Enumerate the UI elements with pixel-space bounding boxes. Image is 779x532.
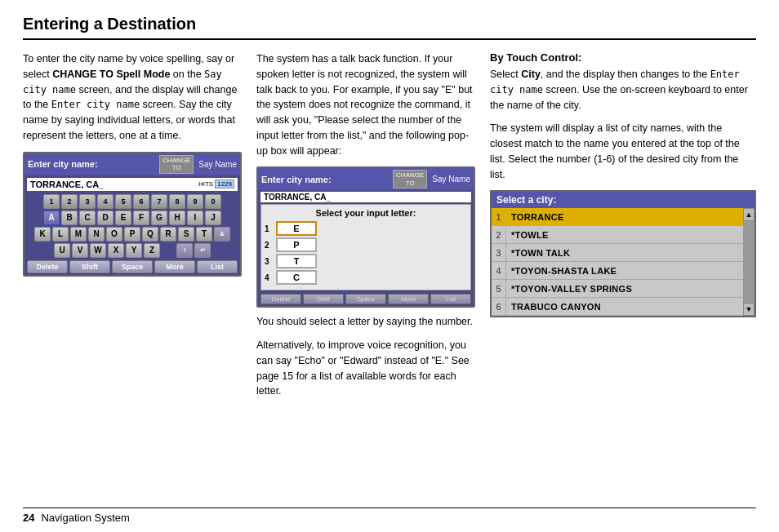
- key-Y[interactable]: Y: [126, 243, 142, 258]
- key-D[interactable]: D: [97, 211, 114, 225]
- popup-letter-T[interactable]: T: [276, 254, 317, 268]
- change-to-btn[interactable]: CHANGETO: [159, 155, 194, 174]
- city-list-area: 1 TORRANCE 2 *TOWLE 3 *TOWN TALK 4: [492, 208, 743, 316]
- city-num-2: 2: [492, 226, 506, 243]
- key-G[interactable]: G: [151, 211, 167, 225]
- key-J[interactable]: J: [205, 211, 221, 225]
- right-body-text-1: Select City, and the display then change…: [490, 67, 756, 113]
- list-btn[interactable]: List: [197, 260, 238, 273]
- key-row-3: U V W X Y Z / ↵: [24, 242, 240, 259]
- popup-item-4: 4 C: [265, 270, 467, 285]
- key-N[interactable]: N: [88, 227, 105, 242]
- key-8[interactable]: 8: [169, 194, 185, 209]
- popup-dialog-title: Select your input letter:: [265, 208, 467, 218]
- right-body-text-2: The system will display a list of city n…: [490, 121, 756, 182]
- key-V[interactable]: V: [72, 243, 88, 258]
- city-num-6: 6: [492, 298, 506, 315]
- scrollbar-down-btn[interactable]: ▼: [743, 303, 755, 316]
- key-W[interactable]: W: [90, 243, 106, 258]
- popup-shift-btn[interactable]: Shift: [303, 294, 344, 304]
- key-E[interactable]: E: [115, 211, 131, 225]
- footer-page-number: 24: [23, 512, 34, 524]
- popup-num-2: 2: [265, 241, 273, 250]
- key-S[interactable]: S: [178, 227, 194, 242]
- scrollbar-up-btn[interactable]: ▲: [743, 208, 755, 221]
- key-O[interactable]: O: [106, 227, 122, 242]
- key-amp[interactable]: &: [214, 227, 230, 242]
- key-row-2: K L M N O P Q R S T &: [24, 226, 240, 242]
- scrollbar-track: [743, 221, 755, 303]
- popup-bottom-bar: Delete Shift Space More List: [258, 292, 474, 306]
- popup-num-4: 4: [265, 273, 273, 282]
- city-row-5[interactable]: 5 *TOYON-VALLEY SPRINGS: [492, 280, 743, 298]
- key-H[interactable]: H: [169, 211, 185, 225]
- popup-space-btn[interactable]: Space: [345, 294, 386, 304]
- key-Z[interactable]: Z: [144, 243, 160, 258]
- key-L[interactable]: L: [52, 227, 69, 242]
- popup-item-2: 2 P: [265, 237, 467, 252]
- key-F[interactable]: F: [133, 211, 149, 225]
- key-Q[interactable]: Q: [142, 227, 158, 242]
- popup-list-btn[interactable]: List: [430, 294, 471, 304]
- key-R[interactable]: R: [160, 227, 176, 242]
- city-row-1[interactable]: 1 TORRANCE: [492, 208, 743, 226]
- enter-city-screen: Enter city name: CHANGETO Say Name TORRA…: [23, 152, 242, 277]
- key-0[interactable]: 0: [205, 194, 221, 209]
- key-5[interactable]: 5: [115, 194, 131, 209]
- col-left: To enter the city name by voice spelling…: [23, 51, 242, 407]
- mid-body-text-1: The system has a talk back function. If …: [256, 51, 475, 158]
- more-btn[interactable]: More: [154, 260, 195, 273]
- key-C[interactable]: C: [79, 211, 96, 225]
- city-name-4: *TOYON-SHASTA LAKE: [506, 266, 621, 276]
- key-7[interactable]: 7: [151, 194, 167, 209]
- popup-delete-btn[interactable]: Delete: [260, 294, 301, 304]
- key-B[interactable]: B: [61, 211, 78, 225]
- key-X[interactable]: X: [108, 243, 124, 258]
- popup-change-btn[interactable]: CHANGETO: [393, 170, 427, 188]
- input-value: TORRANCE, CA_: [30, 180, 104, 189]
- city-name-1: TORRANCE: [506, 212, 569, 222]
- popup-letter-E[interactable]: E: [276, 221, 317, 236]
- key-9[interactable]: 9: [187, 194, 203, 209]
- key-A[interactable]: A: [43, 211, 60, 225]
- key-U[interactable]: U: [54, 243, 70, 258]
- key-enter[interactable]: ↵: [194, 243, 211, 258]
- key-4[interactable]: 4: [97, 194, 114, 209]
- popup-letter-P[interactable]: P: [276, 237, 317, 252]
- col-mid: The system has a talk back function. If …: [256, 51, 475, 407]
- city-row-2[interactable]: 2 *TOWLE: [492, 226, 743, 244]
- key-P[interactable]: P: [124, 227, 140, 242]
- by-touch-title: By Touch Control:: [490, 51, 756, 64]
- city-screen: Select a city: 1 TORRANCE 2 *TOWLE 3: [490, 190, 756, 317]
- popup-more-btn[interactable]: More: [388, 294, 429, 304]
- city-screen-title: Select a city:: [492, 192, 755, 208]
- popup-screen: Enter city name: CHANGETO Say Name TORRA…: [256, 166, 475, 308]
- delete-btn[interactable]: Delete: [27, 260, 68, 273]
- content-area: To enter the city name by voice spelling…: [23, 51, 756, 407]
- popup-letter-C[interactable]: C: [276, 270, 317, 285]
- key-6[interactable]: 6: [133, 194, 149, 209]
- city-row-6[interactable]: 6 TRABUCO CANYON: [492, 298, 743, 316]
- popup-top-bar: Enter city name: CHANGETO Say Name: [258, 168, 474, 190]
- key-1[interactable]: 1: [43, 194, 60, 209]
- key-I[interactable]: I: [187, 211, 203, 225]
- popup-item-3: 3 T: [265, 254, 467, 268]
- city-num-3: 3: [492, 244, 506, 261]
- screen-top-bar: Enter city name: CHANGETO Say Name: [24, 153, 240, 175]
- city-num-5: 5: [492, 280, 506, 297]
- key-K[interactable]: K: [34, 227, 51, 242]
- city-row-3[interactable]: 3 *TOWN TALK: [492, 244, 743, 262]
- popup-say-name: Say Name: [432, 175, 470, 184]
- key-3[interactable]: 3: [79, 194, 96, 209]
- key-2[interactable]: 2: [61, 194, 78, 209]
- space-btn[interactable]: Space: [112, 260, 153, 273]
- popup-screen-title: Enter city name:: [261, 175, 332, 184]
- city-scrollbar[interactable]: ▲ ▼: [743, 208, 755, 316]
- key-M[interactable]: M: [70, 227, 87, 242]
- shift-btn[interactable]: Shift: [69, 260, 110, 273]
- col-right: By Touch Control: Select City, and the d…: [490, 51, 756, 407]
- city-num-4: 4: [492, 262, 506, 279]
- city-row-4[interactable]: 4 *TOYON-SHASTA LAKE: [492, 262, 743, 280]
- key-slash[interactable]: /: [176, 243, 193, 258]
- key-T[interactable]: T: [196, 227, 212, 242]
